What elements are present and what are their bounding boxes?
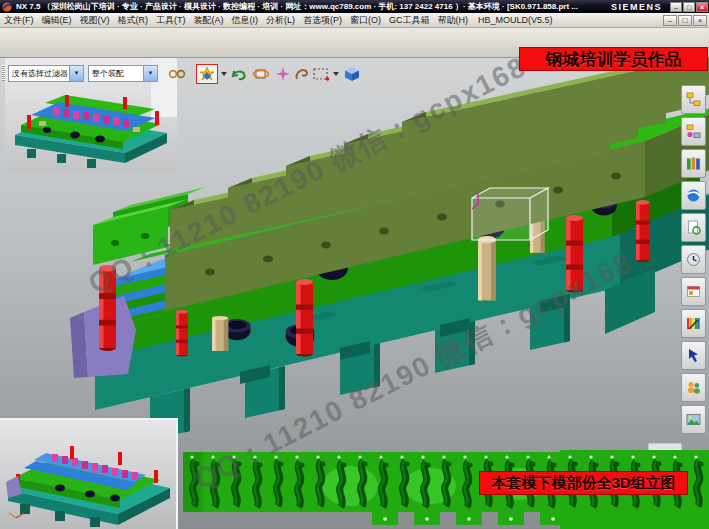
chevron-down-icon[interactable] <box>333 72 339 76</box>
resource-bar <box>681 85 707 437</box>
selection-scope-dropdown[interactable]: 整个装配 ▼ <box>88 65 158 82</box>
minimize-button[interactable]: – <box>670 2 682 12</box>
menu-tools[interactable]: 工具(T) <box>152 14 190 27</box>
toolbar-grip[interactable] <box>2 65 5 81</box>
chevron-down-icon[interactable]: ▼ <box>69 66 83 81</box>
roles-icon[interactable] <box>681 309 706 338</box>
doc-restore-button[interactable]: □ <box>678 15 692 26</box>
orient-view-cube-icon[interactable] <box>250 64 272 84</box>
user-groups-icon[interactable] <box>681 373 706 402</box>
close-button[interactable]: × <box>696 2 708 12</box>
chevron-down-icon[interactable] <box>221 72 227 76</box>
menu-assemblies[interactable]: 装配(A) <box>190 14 228 27</box>
hd3d-tools-icon[interactable] <box>681 277 706 306</box>
type-filter-dropdown[interactable]: 没有选择过滤器 ▼ <box>8 65 84 82</box>
nx-application-window: NX 7.5 （深圳松岗山下培训 · 专业 · 产品设计 · 模具设计 · 数控… <box>0 0 709 529</box>
rectangle-select-icon[interactable] <box>310 64 332 84</box>
menu-hb-mould[interactable]: HB_MOULD(V5.5) <box>472 15 559 25</box>
history-icon[interactable] <box>681 245 706 274</box>
menu-file[interactable]: 文件(F) <box>0 14 38 27</box>
menu-help[interactable]: 帮助(H) <box>434 14 473 27</box>
menu-preferences[interactable]: 首选项(P) <box>299 14 346 27</box>
window-title: NX 7.5 （深圳松岗山下培训 · 专业 · 产品设计 · 模具设计 · 数控… <box>16 1 605 12</box>
graphics-viewport[interactable]: QQ：11210 82190 微信：gcpx168 QQ：11210 82190… <box>0 57 709 529</box>
thumbnail-die-front-view <box>0 418 178 529</box>
snap-glasses-icon[interactable] <box>166 64 188 84</box>
restore-button[interactable]: □ <box>683 2 695 12</box>
training-banner: 钢城培训学员作品 <box>519 47 708 71</box>
reuse-library-icon[interactable] <box>681 213 706 242</box>
menu-gc-toolbox[interactable]: GC工具箱 <box>385 14 434 27</box>
title-bar: NX 7.5 （深圳松岗山下培训 · 专业 · 产品设计 · 模具设计 · 数控… <box>0 0 709 13</box>
shaded-display-cube-icon[interactable] <box>341 64 363 84</box>
menu-view[interactable]: 视图(V) <box>76 14 114 27</box>
selection-wireframe-box <box>472 188 548 240</box>
menu-format[interactable]: 格式(R) <box>114 14 153 27</box>
internet-browser-icon[interactable] <box>681 181 706 210</box>
constraint-navigator-icon[interactable] <box>681 117 706 146</box>
menu-bar: 文件(F) 编辑(E) 视图(V) 格式(R) 工具(T) 装配(A) 信息(I… <box>0 13 709 28</box>
assembly-caption-banner: 本套模下模部份全3D组立图 <box>479 471 688 495</box>
doc-minimize-button[interactable]: – <box>663 15 677 26</box>
menu-window[interactable]: 窗口(O) <box>346 14 385 27</box>
chevron-down-icon[interactable]: ▼ <box>143 66 157 81</box>
assembly-navigator-icon[interactable] <box>681 85 706 114</box>
touch-pointer-icon[interactable] <box>681 341 706 370</box>
menu-information[interactable]: 信息(I) <box>228 14 263 27</box>
menu-analysis[interactable]: 分析(L) <box>262 14 299 27</box>
move-component-icon[interactable] <box>196 64 218 84</box>
doc-close-button[interactable]: × <box>693 15 707 26</box>
part-navigator-icon[interactable] <box>681 149 706 178</box>
image-gallery-icon[interactable] <box>681 405 706 434</box>
siemens-brand: SIEMENS <box>611 2 662 12</box>
menu-edit[interactable]: 编辑(E) <box>38 14 76 27</box>
nx-logo-icon <box>2 2 13 12</box>
undo-icon[interactable] <box>228 64 250 84</box>
